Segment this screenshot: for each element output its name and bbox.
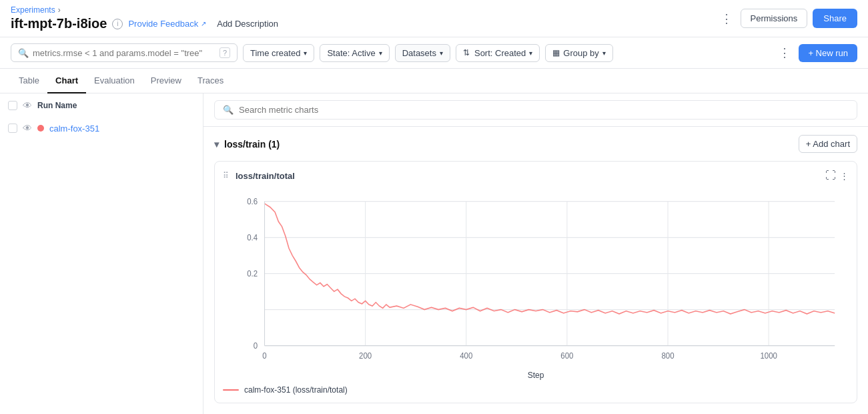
top-bar: Experiments › ift-mpt-7b-i8ioe i Provide…	[0, 0, 868, 37]
chart-legend: calm-fox-351 (loss/train/total)	[223, 385, 849, 395]
chevron-down-icon: ▾	[602, 49, 606, 57]
chart-search: 🔍	[203, 93, 868, 127]
feedback-label: Provide Feedback	[128, 19, 198, 29]
svg-text:800: 800	[661, 351, 675, 360]
external-icon: ↗	[201, 20, 206, 27]
chart-card: ⠿ loss/train/total ⛶ ⋮	[214, 161, 857, 403]
search-info-icon: ?	[220, 47, 230, 58]
expand-icon[interactable]: ⛶	[825, 170, 836, 182]
permissions-button[interactable]: Permissions	[741, 9, 808, 28]
svg-text:600: 600	[560, 351, 574, 360]
svg-text:200: 200	[359, 351, 372, 360]
tab-traces[interactable]: Traces	[189, 69, 232, 93]
svg-text:0.2: 0.2	[247, 269, 258, 278]
title-row: ift-mpt-7b-i8ioe i Provide Feedback ↗ Ad…	[11, 16, 284, 31]
chevron-down-icon: ▾	[379, 49, 382, 57]
chart-search-inner: 🔍	[214, 100, 857, 120]
search-icon: 🔍	[223, 105, 234, 115]
chevron-down-icon: ▾	[529, 49, 532, 57]
datasets-filter[interactable]: Datasets ▾	[395, 44, 450, 62]
x-axis-label: Step	[223, 371, 849, 380]
sidebar-header: 👁 Run Name	[0, 93, 203, 118]
chart-card-actions: ⛶ ⋮	[825, 170, 849, 182]
main-content: 👁 Run Name 👁 calm-fox-351 🔍 ▾ loss/train…	[0, 93, 868, 414]
chart-section: ▾ loss/train (1) + Add chart ⠿ loss/trai…	[203, 127, 868, 411]
chart-card-header: ⠿ loss/train/total ⛶ ⋮	[223, 170, 849, 182]
chevron-down-icon: ▾	[440, 49, 443, 57]
svg-text:0: 0	[254, 341, 258, 350]
run-color-dot	[37, 125, 44, 132]
chart-area: 🔍 ▾ loss/train (1) + Add chart ⠿ loss/tr…	[203, 93, 868, 414]
chart-search-input[interactable]	[239, 105, 849, 115]
legend-label: calm-fox-351 (loss/train/total)	[244, 385, 348, 395]
tab-table[interactable]: Table	[11, 69, 47, 93]
run-name-link[interactable]: calm-fox-351	[49, 124, 99, 134]
add-chart-button[interactable]: + Add chart	[799, 135, 857, 153]
chevron-down-icon: ▾	[304, 49, 307, 57]
chart-card-title: loss/train/total	[236, 171, 295, 181]
tabs-bar: Table Chart Evaluation Preview Traces	[0, 69, 868, 93]
drag-handle-icon[interactable]: ⠿	[223, 171, 229, 180]
search-input[interactable]	[33, 48, 215, 58]
chart-section-title: ▾ loss/train (1)	[214, 139, 280, 150]
chart-title-group: ⠿ loss/train/total	[223, 171, 295, 181]
breadcrumb-chevron: ›	[58, 5, 61, 15]
share-button[interactable]: Share	[813, 9, 857, 28]
toolbar-more-options[interactable]: ⋮	[776, 43, 793, 63]
svg-text:0.6: 0.6	[247, 197, 258, 206]
tab-evaluation[interactable]: Evaluation	[86, 69, 143, 93]
chart-group-title: loss/train (1)	[224, 139, 280, 150]
run-name-column-header: Run Name	[37, 101, 77, 110]
info-icon[interactable]: i	[112, 19, 123, 29]
svg-text:0.4: 0.4	[247, 233, 258, 242]
group-by-filter[interactable]: ▦ Group by ▾	[545, 44, 612, 62]
list-item[interactable]: 👁 calm-fox-351	[0, 118, 203, 139]
tab-chart[interactable]: Chart	[47, 69, 86, 93]
search-icon: 🔍	[18, 48, 29, 58]
time-created-filter[interactable]: Time created ▾	[243, 44, 314, 62]
svg-text:400: 400	[460, 351, 473, 360]
loss-chart: 0.6 0.4 0.2 0 0 200 400 600 800 1000	[223, 187, 849, 367]
sort-filter[interactable]: ⇅ Sort: Created ▾	[456, 44, 540, 62]
tab-preview[interactable]: Preview	[143, 69, 189, 93]
add-description-button[interactable]: Add Description	[211, 16, 284, 31]
title-section: Experiments › ift-mpt-7b-i8ioe i Provide…	[11, 5, 284, 31]
select-all-checkbox[interactable]	[8, 101, 17, 110]
svg-text:0: 0	[262, 351, 267, 360]
breadcrumb-link[interactable]: Experiments	[11, 5, 55, 15]
legend-color-line	[223, 389, 239, 391]
top-right-actions: ⋮ Permissions Share	[718, 9, 858, 29]
eye-icon[interactable]: 👁	[23, 123, 32, 134]
page-title: ift-mpt-7b-i8ioe	[11, 16, 107, 31]
sidebar: 👁 Run Name 👁 calm-fox-351	[0, 93, 203, 414]
feedback-link[interactable]: Provide Feedback ↗	[128, 19, 206, 29]
more-options-button[interactable]: ⋮	[718, 9, 735, 29]
eye-icon[interactable]: 👁	[23, 100, 32, 111]
toolbar: 🔍 ? Time created ▾ State: Active ▾ Datas…	[0, 37, 868, 69]
run-checkbox[interactable]	[8, 124, 17, 133]
state-active-filter[interactable]: State: Active ▾	[320, 44, 389, 62]
svg-text:1000: 1000	[760, 351, 777, 360]
collapse-icon[interactable]: ▾	[214, 139, 219, 150]
breadcrumb: Experiments ›	[11, 5, 284, 15]
chart-section-header: ▾ loss/train (1) + Add chart	[214, 135, 857, 153]
chart-options-icon[interactable]: ⋮	[840, 171, 849, 181]
new-run-button[interactable]: + New run	[799, 44, 857, 62]
search-wrapper: 🔍 ?	[11, 43, 238, 62]
